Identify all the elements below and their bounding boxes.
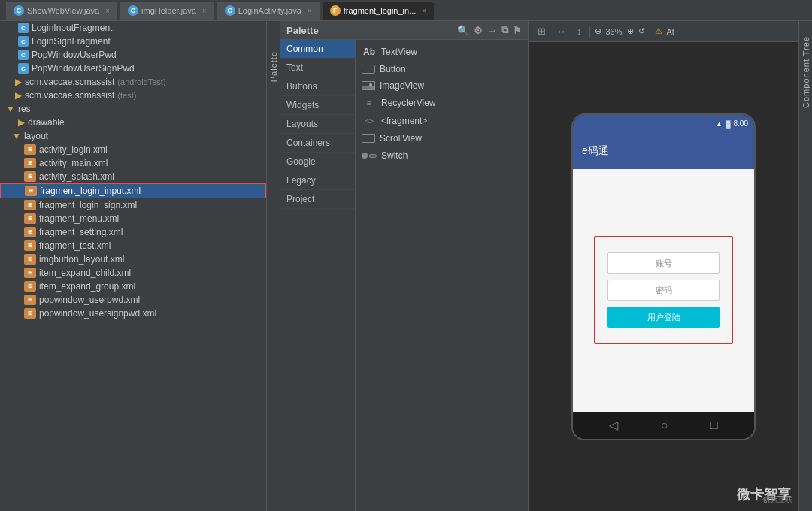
category-buttons[interactable]: Buttons	[280, 77, 355, 96]
palette-item-imageview[interactable]: ImageView	[356, 77, 528, 94]
palette-item-fragment[interactable]: <> <fragment>	[356, 112, 528, 130]
sidebar-item-popwindowuserpwd[interactable]: C PopWindowUserPwd	[0, 48, 266, 62]
file-label: item_expand_child.xml	[39, 268, 131, 278]
sidebar-item-fragment-menu[interactable]: ⊞ fragment_menu.xml	[0, 212, 266, 225]
file-label: fragment_login_input.xml	[40, 186, 141, 196]
palette-item-label: Switch	[381, 150, 408, 161]
component-tree-tab[interactable]: Component Tree	[798, 21, 812, 511]
category-project[interactable]: Project	[280, 190, 355, 209]
gear-icon[interactable]: ⚙	[474, 25, 483, 36]
sidebar-item-fragment-setting[interactable]: ⊞ fragment_setting.xml	[0, 225, 266, 239]
file-label: fragment_test.xml	[39, 240, 111, 251]
palette-item-switch[interactable]: Switch	[356, 147, 528, 165]
sidebar-item-fragment-login-sign[interactable]: ⊞ fragment_login_sign.xml	[0, 198, 266, 212]
textview-icon: Ab	[362, 46, 377, 58]
xml-icon: ⊞	[24, 308, 36, 319]
sidebar-item-res[interactable]: ▼ res	[0, 102, 266, 116]
palette-tab-label[interactable]: Palette	[269, 51, 278, 82]
folder-icon: ▼	[6, 104, 15, 114]
sidebar-item-activity-login[interactable]: ⊞ activity_login.xml	[0, 143, 266, 156]
arrow-lr-icon[interactable]: ↔	[553, 24, 569, 38]
sidebar-item-popwindow-userpwd[interactable]: ⊞ popwindow_userpwd.xml	[0, 293, 266, 307]
toolbar-sep-2	[650, 26, 650, 38]
sidebar-item-layout[interactable]: ▼ layout	[0, 129, 266, 143]
arrow-ud-icon[interactable]: ↕	[574, 24, 585, 38]
password-placeholder: 密码	[656, 285, 672, 296]
tab-showwebview[interactable]: C ShowWebView.java ×	[6, 2, 117, 20]
palette-item-button[interactable]: Button	[356, 61, 528, 77]
layers-icon[interactable]: ⧉	[501, 24, 508, 36]
xml-icon: ⊞	[24, 158, 36, 168]
category-layouts[interactable]: Layouts	[280, 115, 355, 134]
sidebar-item-fragment-login-input[interactable]: ⊞ fragment_login_input.xml	[0, 183, 266, 198]
sidebar-item-popwindow-usersignpwd[interactable]: ⊞ popwindow_usersignpwd.xml	[0, 307, 266, 320]
tab-close-icon[interactable]: ×	[308, 7, 312, 15]
tab-close-icon[interactable]: ×	[105, 7, 110, 15]
sidebar-item-scm-android[interactable]: ▶ scm.vaccae.scmassist (androidTest)	[0, 75, 266, 89]
back-nav-icon[interactable]: ◁	[609, 418, 618, 432]
sidebar-item-activity-splash[interactable]: ⊞ activity_splash.xml	[0, 170, 266, 183]
file-label: fragment_menu.xml	[39, 213, 119, 224]
sidebar-item-popwindowusersignpwd[interactable]: C PopWindowUserSignPwd	[0, 62, 266, 75]
java-icon: C	[225, 5, 235, 16]
zoom-out-icon[interactable]: ⊖	[595, 26, 601, 36]
tab-close-icon[interactable]: ×	[202, 7, 207, 15]
phone-status-bar: ▲ ▓ 8:00	[573, 115, 754, 133]
toolbar-sep	[589, 26, 590, 38]
folder-icon: ▼	[12, 131, 21, 141]
palette-item-recyclerview[interactable]: ≡ RecyclerView	[356, 94, 528, 112]
search-icon[interactable]: 🔍	[457, 25, 469, 36]
sidebar-item-activity-main[interactable]: ⊞ activity_main.xml	[0, 156, 266, 170]
refresh-icon[interactable]: ↺	[638, 26, 645, 36]
design-canvas[interactable]: ▲ ▓ 8:00 e码通 账号	[529, 42, 798, 511]
file-label: activity_login.xml	[39, 144, 108, 155]
flag-icon[interactable]: ⚑	[513, 25, 522, 36]
category-text[interactable]: Text	[280, 59, 355, 77]
palette-header-icons: 🔍 ⚙ → ⧉ ⚑	[457, 24, 522, 36]
file-label: PopWindowUserPwd	[32, 50, 117, 60]
account-input[interactable]: 账号	[607, 252, 720, 274]
sidebar-item-fragment-test[interactable]: ⊞ fragment_test.xml	[0, 239, 266, 252]
component-tree-label[interactable]: Component Tree	[801, 36, 810, 108]
tab-loginactivity[interactable]: C LoginActivity.java ×	[217, 2, 320, 20]
tab-close-icon[interactable]: ×	[422, 7, 426, 15]
palette-title: Palette	[286, 25, 319, 36]
palette-item-textview[interactable]: Ab TextView	[356, 43, 528, 61]
palette-item-scrollview[interactable]: ScrollView	[356, 130, 528, 147]
folder-label: drawable	[28, 117, 65, 128]
palette-item-label: <fragment>	[381, 116, 427, 126]
xml-icon: ⊞	[24, 295, 36, 305]
home-nav-icon[interactable]: ○	[661, 419, 668, 432]
category-google[interactable]: Google	[280, 153, 355, 171]
tab-label: fragment_login_in...	[344, 6, 417, 15]
app-title: e码通	[582, 144, 609, 158]
password-input[interactable]: 密码	[607, 280, 720, 301]
category-widgets[interactable]: Widgets	[280, 96, 355, 115]
sidebar-item-loginsignfragment[interactable]: C LoginSignFragment	[0, 35, 266, 48]
tab-fragment-login[interactable]: F fragment_login_in... ×	[323, 2, 434, 20]
logo-area: 创新互联	[762, 494, 792, 505]
account-placeholder: 账号	[656, 258, 672, 269]
sidebar-item-drawable[interactable]: ▶ drawable	[0, 116, 266, 129]
arrow-right-icon[interactable]: →	[487, 25, 497, 36]
recent-nav-icon[interactable]: □	[710, 419, 718, 432]
sidebar-item-logininputfragment[interactable]: C LoginInputFragment	[0, 21, 266, 35]
login-button[interactable]: 用户登陆	[607, 307, 720, 328]
sidebar-item-item-expand-group[interactable]: ⊞ item_expand_group.xml	[0, 280, 266, 293]
category-containers[interactable]: Containers	[280, 134, 355, 153]
sidebar-item-imgbutton-layout[interactable]: ⊞ imgbutton_layout.xml	[0, 252, 266, 266]
category-legacy[interactable]: Legacy	[280, 171, 355, 190]
tab-imghelper[interactable]: C imgHelper.java ×	[120, 2, 214, 20]
zoom-in-icon[interactable]: ⊕	[627, 26, 634, 36]
sidebar-item-scm-test[interactable]: ▶ scm.vaccae.scmassist (test)	[0, 89, 266, 102]
attr-label: At	[667, 27, 674, 36]
sidebar-item-item-expand-child[interactable]: ⊞ item_expand_child.xml	[0, 266, 266, 280]
xml-icon: ⊞	[24, 171, 36, 182]
palette-item-label: ScrollView	[380, 133, 422, 144]
category-common[interactable]: Common	[280, 40, 355, 59]
palette-side-tab[interactable]: Palette	[267, 21, 280, 511]
class-icon: C	[18, 23, 29, 33]
grid-icon[interactable]: ⊞	[535, 24, 549, 38]
folder-icon: ▶	[18, 117, 25, 128]
warning-icon[interactable]: ⚠	[655, 26, 662, 36]
